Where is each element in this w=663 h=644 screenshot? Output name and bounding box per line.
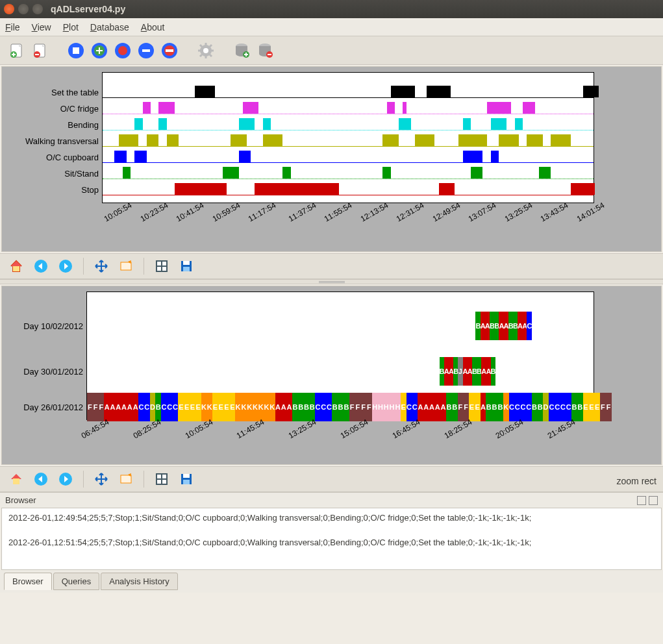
record-minus-button[interactable] — [136, 41, 156, 60]
plot1-xtick: 13:07:54 — [467, 201, 497, 223]
plot2-segment: A — [418, 393, 423, 421]
svg-rect-51 — [162, 475, 166, 478]
plot1-ylabel: O/C fridge — [60, 104, 99, 114]
plot2-segment: C — [315, 393, 321, 421]
plot1-forward-button[interactable] — [56, 256, 75, 276]
db-remove-button[interactable] — [256, 41, 275, 60]
new-file-button[interactable] — [6, 41, 26, 60]
plot1-event-bar — [147, 134, 158, 146]
window-minimize-button[interactable] — [18, 4, 29, 14]
plot1-event-bar — [263, 118, 271, 130]
browser-text[interactable]: 2012-26-01,12:49:54;25;5;7;Stop;1;Sit/St… — [1, 508, 662, 570]
plot1-event-bar — [491, 151, 499, 162]
plot1-event-bar — [583, 86, 599, 97]
tab-analysis[interactable]: Analysis History — [101, 573, 177, 590]
menu-plot[interactable]: Plot — [63, 22, 79, 32]
plot1-ylabel: Bending — [68, 120, 99, 130]
plot2-segment: B — [304, 393, 310, 421]
plot1-save-button[interactable] — [177, 256, 196, 276]
plot2-home-button[interactable] — [6, 469, 26, 489]
plot2-pan-button[interactable] — [92, 469, 111, 489]
svg-line-22 — [210, 55, 212, 56]
plot1-ylabel: Set the table — [51, 88, 99, 97]
plot1-event-bar — [527, 134, 543, 146]
plot2-segment: K — [264, 393, 269, 421]
plot1-event-bar — [123, 167, 131, 179]
svg-line-23 — [200, 55, 202, 56]
plot1-zoom-button[interactable] — [116, 256, 136, 276]
plot2-segment: B — [344, 393, 349, 421]
plot1-event-bar — [119, 134, 139, 146]
plot2-segment: E — [594, 393, 600, 421]
plot1-home-button[interactable] — [6, 256, 26, 276]
window-maximize-button[interactable] — [32, 4, 43, 14]
menu-view[interactable]: View — [32, 22, 51, 32]
record-delete-button[interactable] — [160, 41, 179, 60]
splitter[interactable] — [0, 279, 663, 284]
plot1-canvas[interactable]: Set the tableO/C fridgeBendingWalking tr… — [102, 72, 594, 203]
plot1-xtick: 11:37:54 — [287, 201, 318, 223]
plot2-segment: E — [195, 393, 201, 421]
menu-file[interactable]: File — [5, 22, 20, 32]
plot2-zoom-button[interactable] — [116, 469, 136, 489]
plot2-segment: A — [518, 312, 522, 340]
plot2-save-button[interactable] — [177, 469, 196, 489]
plot2-canvas[interactable]: Day 10/02/2012BAABBAABBAACDay 30/01/2012… — [86, 291, 594, 420]
plot2-segment: A — [434, 393, 440, 421]
plot1-xtick: 10:05:54 — [103, 201, 133, 223]
window-title: qADLserver04.py — [51, 4, 125, 14]
plot2-segment: A — [121, 393, 127, 421]
plot2-segment: E — [401, 393, 407, 421]
plot2-area: Day 10/02/2012BAABBAABBAACDay 30/01/2012… — [1, 286, 662, 465]
tab-browser[interactable]: Browser — [4, 573, 52, 590]
plot1-back-button[interactable] — [31, 256, 51, 276]
plot2-segment: A — [485, 312, 490, 340]
window-close-button[interactable] — [4, 4, 14, 14]
plot2-segment: F — [458, 393, 464, 421]
plot1-area: Set the tableO/C fridgeBendingWalking tr… — [1, 66, 662, 252]
plot1-xtick: 13:25:54 — [503, 201, 533, 223]
plot2-segment: C — [161, 393, 167, 421]
record-stop-button[interactable] — [66, 41, 86, 60]
plot1-event-bar — [231, 134, 247, 146]
menu-about[interactable]: About — [141, 22, 165, 32]
svg-rect-33 — [13, 266, 19, 271]
plot2-segment: B — [537, 393, 543, 421]
svg-rect-5 — [73, 47, 79, 54]
browser-undock-icon[interactable] — [637, 496, 646, 505]
bottom-tabs: Browser Queries Analysis History — [0, 570, 663, 593]
plot2-segment: C — [327, 393, 332, 421]
svg-point-9 — [118, 46, 127, 55]
browser-close-icon[interactable] — [649, 496, 658, 505]
db-add-button[interactable] — [232, 41, 252, 60]
plot2-toolbar: zoom rect — [0, 466, 663, 492]
record-record-button[interactable] — [113, 41, 132, 60]
plot2-segment: K — [247, 393, 253, 421]
record-add-button[interactable] — [90, 41, 109, 60]
plot1-event-bar — [263, 134, 283, 146]
svg-rect-38 — [157, 262, 161, 266]
remove-file-button[interactable] — [30, 41, 49, 60]
svg-rect-43 — [183, 261, 190, 265]
plot1-subplots-button[interactable] — [152, 256, 171, 276]
plot2-subplots-button[interactable] — [152, 469, 171, 489]
plot2-segment: E — [224, 393, 230, 421]
plot1-xtick: 10:59:54 — [211, 201, 242, 223]
plot2-segment: C — [549, 393, 555, 421]
plot2-segment: K — [235, 393, 241, 421]
plot1-xtick: 10:23:54 — [139, 201, 169, 223]
tab-queries[interactable]: Queries — [53, 573, 100, 590]
plot2-back-button[interactable] — [31, 469, 51, 489]
menu-database[interactable]: Database — [90, 22, 129, 32]
plot1-event-bar — [458, 134, 486, 146]
plot2-segment: B — [577, 393, 583, 421]
plot2-segment: C — [527, 312, 531, 340]
plot1-ylabel: O/C cupboard — [46, 153, 99, 162]
plot2-segment: B — [492, 393, 497, 421]
svg-rect-45 — [13, 478, 19, 484]
svg-rect-52 — [157, 480, 161, 484]
plot2-segment: F — [600, 393, 606, 421]
plot1-pan-button[interactable] — [92, 256, 111, 276]
settings-button[interactable] — [196, 41, 216, 60]
plot2-forward-button[interactable] — [56, 469, 75, 489]
